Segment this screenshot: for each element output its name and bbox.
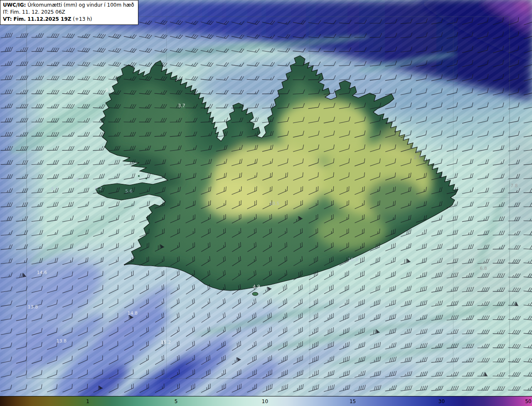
precip-value-label: 8.2 [95, 186, 102, 191]
map-title-line: UWC/IG: Úrkomumætti (mm) og vindur í 100… [3, 2, 134, 9]
precip-value-label: 7.8 [510, 183, 518, 188]
valid-offset: (+13 h) [73, 16, 92, 22]
precip-value-label: 18.3 [348, 257, 358, 262]
init-time-line: IT: Fim. 11. 12. 2025 06Z [3, 9, 134, 16]
colorbar-tick-label: 1 [86, 398, 89, 404]
map-viewport: 3.53.718.94.78.25.610.52.77.814.613.814.… [0, 0, 532, 406]
valid-time-line: VT: Fim. 11.12.2025 19Z (+13 h) [3, 16, 134, 23]
precip-value-label: 18.9 [73, 177, 84, 183]
precip-value-label: 4.7 [51, 186, 58, 191]
valid-value: Fim. 11.12.2025 19Z [13, 16, 71, 22]
colorbar-tick-label: 30 [438, 398, 445, 404]
island-heimaey [252, 292, 258, 296]
precipitation-wind-map: 3.53.718.94.78.25.610.52.77.814.613.814.… [0, 0, 532, 406]
colorbar-tick-label: 50 [525, 398, 531, 404]
colorbar-tick-label: 10 [262, 398, 268, 404]
precip-value-label: 10.5 [269, 201, 280, 206]
init-value: Fim. 11. 12. 2025 06Z [10, 9, 65, 15]
precip-value-label: 15.2 [161, 340, 171, 345]
model-label: UWC/IG: [3, 2, 26, 8]
map-title: Úrkomumætti (mm) og vindur í 100m hæð [27, 2, 134, 8]
precip-value-label: 6.8 [480, 266, 487, 271]
valid-label: VT: [3, 16, 12, 22]
colorbar-tick-label: 15 [350, 398, 356, 404]
precip-value-label: 3.7 [178, 103, 185, 108]
precip-value-label: 5.6 [125, 188, 133, 194]
colorbar-tick-label: 5 [175, 398, 178, 404]
precip-value-label: 14.8 [128, 311, 138, 316]
precip-value-label: 2.7 [414, 155, 421, 160]
precip-value-label: 14.6 [37, 270, 47, 275]
precip-value-label: 13.8 [57, 338, 67, 344]
precip-value-label: 13.8 [28, 304, 38, 310]
map-title-box: UWC/IG: Úrkomumætti (mm) og vindur í 100… [0, 0, 138, 25]
precip-value-label: 3.5 [105, 88, 113, 93]
precip-value-label: 4.9 [253, 284, 260, 289]
islet [138, 175, 140, 177]
init-label: IT: [3, 9, 9, 15]
colorbar-ticks: 1510153050 [0, 396, 532, 406]
precip-colorbar: 1510153050 [0, 396, 532, 406]
